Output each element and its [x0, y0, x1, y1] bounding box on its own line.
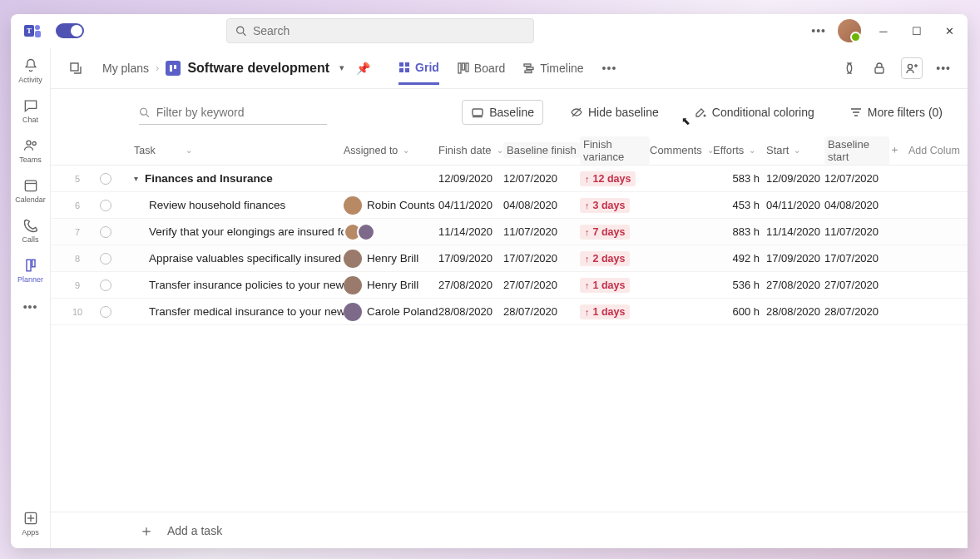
rail-chat[interactable]: Chat	[11, 97, 51, 124]
share-button[interactable]	[901, 57, 923, 79]
complete-toggle[interactable]	[100, 306, 111, 318]
popout-icon[interactable]	[67, 60, 84, 77]
complete-toggle[interactable]	[100, 200, 111, 211]
table-row[interactable]: 9Transfer insurance policies to your new…	[51, 272, 968, 299]
complete-toggle[interactable]	[100, 280, 111, 291]
add-task-label[interactable]: Add a task	[167, 524, 222, 537]
efforts-cell[interactable]: 492 h	[713, 252, 766, 265]
complete-toggle[interactable]	[100, 253, 111, 265]
start-cell[interactable]: 27/08/2020	[766, 279, 824, 291]
column-efforts[interactable]: Efforts	[713, 144, 744, 156]
chevron-down-icon[interactable]: ⌄	[749, 146, 755, 155]
table-row[interactable]: 5▾Finances and Insurance12/09/202012/07/…	[51, 166, 968, 192]
column-assigned[interactable]: Assigned to	[344, 145, 398, 156]
column-comments[interactable]: Comments	[650, 144, 702, 156]
efforts-cell[interactable]: 600 h	[713, 305, 766, 318]
filter-input[interactable]	[139, 100, 327, 125]
task-name-cell[interactable]: Transfer insurance policies to your new.…	[122, 279, 344, 291]
breadcrumb-root[interactable]: My plans	[102, 62, 149, 75]
copilot-icon[interactable]	[841, 60, 858, 77]
more-filters-button[interactable]: More filters (0)	[841, 101, 951, 124]
eye-off-icon	[570, 106, 583, 119]
complete-toggle[interactable]	[100, 173, 111, 185]
assignee-cell[interactable]: Henry Brill	[344, 250, 438, 268]
grid-footer: ＋ Add a task	[51, 512, 968, 548]
lock-icon[interactable]	[871, 60, 888, 77]
chevron-down-icon[interactable]: ▾	[339, 62, 344, 73]
chevron-down-icon[interactable]: ⌄	[186, 146, 192, 155]
view-timeline[interactable]: Timeline	[523, 53, 583, 83]
more-icon[interactable]: •••	[811, 24, 826, 37]
global-search-input[interactable]	[253, 24, 525, 37]
finish-date-cell[interactable]: 27/08/2020	[438, 279, 503, 291]
table-row[interactable]: 10Transfer medical insurance to your new…	[51, 299, 968, 325]
efforts-cell[interactable]: 883 h	[713, 225, 766, 238]
timeline-icon	[523, 62, 535, 74]
finish-date-cell[interactable]: 17/09/2020	[438, 252, 503, 265]
column-start[interactable]: Start	[766, 144, 789, 156]
complete-toggle[interactable]	[100, 226, 111, 238]
column-baseline-start[interactable]: Baseline start	[824, 136, 889, 165]
task-name-cell[interactable]: Transfer medical insurance to your new..…	[122, 305, 344, 318]
efforts-cell[interactable]: 453 h	[713, 199, 766, 211]
minimize-button[interactable]: ─	[873, 25, 894, 37]
conditional-coloring-button[interactable]: Conditional coloring	[686, 101, 823, 124]
row-number: 9	[69, 280, 86, 290]
finish-date-cell[interactable]: 28/08/2020	[438, 305, 503, 318]
efforts-cell[interactable]: 536 h	[713, 279, 766, 291]
global-search[interactable]	[226, 18, 534, 43]
hide-baseline-button[interactable]: Hide baseline	[562, 101, 667, 124]
close-button[interactable]: ✕	[939, 25, 961, 37]
start-cell[interactable]: 11/14/2020	[766, 225, 824, 238]
task-grid: Task⌄ Assigned to⌄ Finish date⌄ Baseline…	[51, 136, 968, 548]
views-more-icon[interactable]: •••	[602, 62, 617, 75]
maximize-button[interactable]: ☐	[906, 25, 928, 37]
rail-teams[interactable]: Teams	[11, 137, 51, 164]
baseline-button[interactable]: Baseline	[462, 100, 543, 125]
plus-icon[interactable]: ＋	[139, 521, 154, 541]
column-baseline-finish[interactable]: Baseline finish	[503, 142, 580, 158]
start-cell[interactable]: 12/09/2020	[766, 172, 824, 185]
task-name-cell[interactable]: Appraise valuables specifically insured …	[122, 252, 344, 265]
finish-date-cell[interactable]: 11/14/2020	[438, 225, 503, 238]
task-name-cell[interactable]: Review household finances	[122, 199, 344, 211]
chevron-down-icon[interactable]: ⌄	[794, 146, 800, 155]
user-avatar[interactable]	[838, 19, 861, 42]
task-name-cell[interactable]: Verify that your elongings are insured f…	[122, 225, 344, 238]
column-finish-variance[interactable]: Finish variance	[580, 136, 650, 165]
start-cell[interactable]: 28/08/2020	[766, 305, 824, 318]
svg-rect-2	[35, 31, 41, 37]
rail-calendar[interactable]: Calendar	[11, 177, 51, 204]
assignee-cell[interactable]: Carole Poland	[344, 303, 438, 321]
table-row[interactable]: 7Verify that your elongings are insured …	[51, 219, 968, 245]
view-board[interactable]: Board	[458, 53, 505, 83]
table-row[interactable]: 8Appraise valuables specifically insured…	[51, 245, 968, 272]
column-task[interactable]: Task	[134, 145, 156, 156]
chevron-down-icon[interactable]: ⌄	[403, 146, 409, 155]
start-cell[interactable]: 17/09/2020	[766, 252, 824, 265]
chevron-down-icon[interactable]: ⌄	[497, 146, 503, 155]
table-row[interactable]: 6Review household financesRobin Counts04…	[51, 192, 968, 219]
assignee-cell[interactable]: Henry Brill	[344, 276, 438, 294]
assignee-cell[interactable]: Robin Counts	[344, 196, 438, 215]
rail-activity[interactable]: Activity	[11, 57, 51, 84]
assignee-cell[interactable]	[344, 223, 438, 241]
rail-more[interactable]: •••	[11, 300, 51, 314]
rail-calls[interactable]: Calls	[11, 217, 51, 244]
column-finish-date[interactable]: Finish date	[438, 144, 492, 156]
finish-date-cell[interactable]: 04/11/2020	[438, 199, 503, 211]
plus-icon[interactable]: ＋	[889, 143, 900, 157]
toggle-switch[interactable]	[56, 23, 84, 38]
view-grid[interactable]: Grid	[398, 52, 439, 85]
finish-date-cell[interactable]: 12/09/2020	[438, 172, 503, 185]
task-name-cell[interactable]: ▾Finances and Insurance	[122, 172, 344, 185]
rail-apps[interactable]: Apps	[11, 510, 51, 537]
start-cell[interactable]: 04/11/2020	[766, 199, 824, 211]
filter-field[interactable]	[156, 106, 327, 119]
pin-icon[interactable]: 📌	[356, 62, 370, 75]
chevron-down-icon[interactable]: ▾	[134, 174, 138, 183]
rail-planner[interactable]: Planner	[11, 257, 51, 284]
efforts-cell[interactable]: 583 h	[713, 172, 766, 185]
header-more-icon[interactable]: •••	[936, 62, 951, 75]
add-column[interactable]: Add Colum	[908, 145, 960, 156]
